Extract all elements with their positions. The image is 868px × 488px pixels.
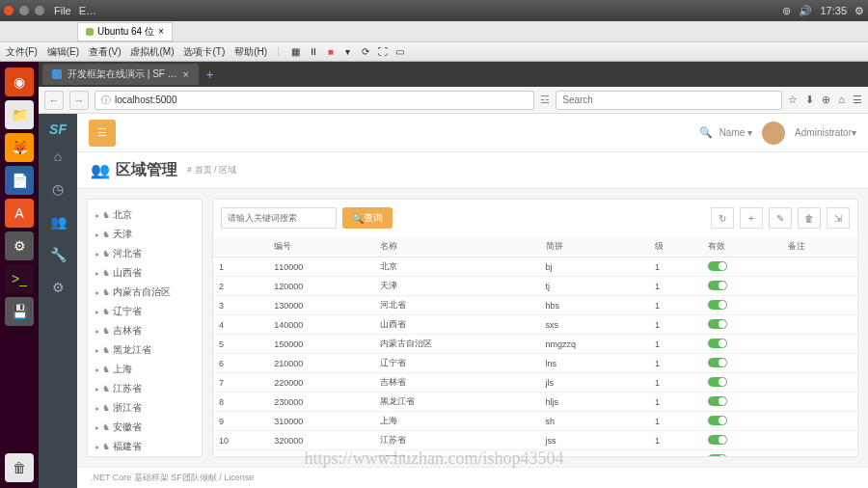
active-toggle[interactable]	[708, 300, 727, 310]
active-toggle[interactable]	[708, 358, 727, 367]
query-button[interactable]: 🔍 查询	[342, 207, 393, 229]
active-toggle[interactable]	[708, 435, 727, 445]
tree-item[interactable]: ▸♞山西省	[94, 263, 196, 283]
back-button[interactable]: ←	[44, 91, 64, 110]
download-icon[interactable]: ⊕	[822, 94, 830, 106]
vm-menu-item[interactable]: 帮助(H)	[234, 45, 267, 59]
table-row[interactable]: 10320000江苏省jss1	[213, 431, 857, 450]
sidebar-cog-icon[interactable]: ⚙	[44, 274, 71, 301]
refresh-button[interactable]: ↻	[711, 207, 734, 229]
active-toggle[interactable]	[708, 377, 727, 387]
sidebar-wrench-icon[interactable]: 🔧	[44, 241, 71, 268]
table-row[interactable]: 3130000河北省hbs1	[213, 296, 857, 315]
close-icon[interactable]: ×	[158, 26, 164, 37]
table-row[interactable]: 2120000天津tj1	[213, 277, 857, 296]
tree-item[interactable]: ▸♞黑龙江省	[94, 340, 196, 360]
vm-tool-icon[interactable]: ⟳	[359, 45, 372, 59]
active-toggle[interactable]	[708, 281, 727, 290]
active-toggle[interactable]	[708, 319, 727, 329]
minimize-icon[interactable]	[19, 6, 29, 15]
breadcrumb[interactable]: # 首页 / 区域	[187, 164, 236, 176]
trash-icon[interactable]: 🗑	[5, 453, 34, 482]
vm-menu-item[interactable]: 选项卡(T)	[183, 45, 225, 59]
search-icon[interactable]: 🔍	[692, 120, 719, 147]
tree-item[interactable]: ▸♞安徽省	[94, 418, 196, 437]
url-bar[interactable]: ⓘ localhost:5000	[95, 91, 534, 110]
vm-menu-item[interactable]: 文件(F)	[6, 45, 38, 59]
tree-item[interactable]: ▸♞江西省	[94, 456, 196, 457]
home-icon[interactable]: ⌂	[838, 94, 845, 106]
disk-icon[interactable]: 💾	[5, 297, 34, 326]
firefox-icon[interactable]: 🦊	[5, 133, 34, 162]
col-active[interactable]: 有效	[702, 236, 782, 258]
app-icon[interactable]: A	[5, 199, 34, 228]
sidebar-users-icon[interactable]: 👥	[44, 208, 71, 235]
pocket-icon[interactable]: ⬇	[805, 94, 814, 106]
tree-item[interactable]: ▸♞吉林省	[94, 321, 196, 340]
col-name[interactable]: 名称	[374, 236, 540, 258]
sidebar-home-icon[interactable]: ⌂	[44, 143, 71, 170]
table-row[interactable]: 11330000浙江省zjs1	[213, 450, 857, 457]
vm-tab[interactable]: Ubuntu 64 位 ×	[77, 22, 173, 41]
vm-menu-item[interactable]: 编辑(E)	[47, 45, 79, 59]
terminal-icon[interactable]: >_	[5, 264, 34, 293]
export-button[interactable]: ⇲	[827, 207, 850, 229]
tree-item[interactable]: ▸♞内蒙古自治区	[94, 283, 196, 302]
menu-file[interactable]: File	[54, 5, 71, 16]
table-row[interactable]: 8230000黑龙江省hljs1	[213, 393, 857, 412]
hamburger-button[interactable]: ☰	[89, 120, 116, 147]
tree-item[interactable]: ▸♞江苏省	[94, 379, 196, 398]
vm-tool-icon[interactable]: ⏸	[307, 45, 320, 59]
vm-tool-icon[interactable]: ▾	[341, 45, 355, 59]
name-dropdown[interactable]: Name ▾	[719, 127, 752, 138]
star-icon[interactable]: ☆	[788, 94, 798, 106]
menu-icon[interactable]: ☰	[853, 94, 862, 106]
col-level[interactable]: 级	[649, 236, 702, 258]
active-toggle[interactable]	[708, 396, 727, 406]
maximize-icon[interactable]	[35, 6, 44, 15]
table-row[interactable]: 1110000北京bj1	[213, 258, 857, 277]
table-row[interactable]: 6210000辽宁省lns1	[213, 354, 857, 373]
search-input[interactable]	[556, 91, 782, 110]
tree-item[interactable]: ▸♞天津	[94, 225, 196, 244]
tray-gear-icon[interactable]: ⚙	[854, 5, 864, 17]
table-row[interactable]: 4140000山西省sxs1	[213, 315, 857, 335]
active-toggle[interactable]	[708, 261, 727, 271]
menu-edit[interactable]: E…	[79, 5, 96, 16]
browser-tab[interactable]: 开发框架在线演示 | SF … ×	[42, 64, 199, 85]
vm-menu-item[interactable]: 虚拟机(M)	[130, 45, 174, 59]
files-icon[interactable]: 📁	[5, 100, 34, 129]
forward-button[interactable]: →	[69, 91, 89, 110]
table-row[interactable]: 7220000吉林省jls1	[213, 373, 857, 393]
delete-button[interactable]: 🗑	[798, 207, 821, 229]
close-icon[interactable]	[4, 6, 14, 15]
col-code[interactable]: 编号	[268, 236, 373, 258]
dash-icon[interactable]: ◉	[5, 68, 34, 96]
reader-icon[interactable]: ☲	[540, 94, 550, 106]
tray-wifi-icon[interactable]: ⊚	[782, 5, 791, 17]
new-tab-button[interactable]: +	[199, 67, 222, 82]
settings-icon[interactable]: ⚙	[5, 231, 34, 260]
tray-sound-icon[interactable]: 🔊	[799, 5, 812, 17]
close-icon[interactable]: ×	[183, 69, 189, 80]
tree-item[interactable]: ▸♞河北省	[94, 244, 196, 263]
sidebar-time-icon[interactable]: ◷	[44, 176, 71, 203]
tree-item[interactable]: ▸♞北京	[94, 205, 196, 225]
vm-tool-icon[interactable]: ■	[324, 45, 338, 59]
vm-menu-item[interactable]: 查看(V)	[89, 45, 121, 59]
admin-dropdown[interactable]: Administrator▾	[795, 127, 856, 138]
active-toggle[interactable]	[708, 416, 727, 425]
tree-item[interactable]: ▸♞辽宁省	[94, 302, 196, 321]
edit-button[interactable]: ✎	[769, 207, 792, 229]
tree-item[interactable]: ▸♞浙江省	[94, 398, 196, 418]
add-button[interactable]: +	[740, 207, 763, 229]
active-toggle[interactable]	[708, 339, 727, 348]
tree-item[interactable]: ▸♞上海	[94, 360, 196, 379]
filter-input[interactable]	[221, 207, 337, 229]
avatar[interactable]	[762, 122, 785, 145]
tree-item[interactable]: ▸♞福建省	[94, 437, 196, 456]
document-icon[interactable]: 📄	[5, 166, 34, 195]
vm-tool-icon[interactable]: ▭	[393, 45, 407, 59]
tray-time[interactable]: 17:35	[820, 5, 847, 16]
col-pinyin[interactable]: 简拼	[540, 236, 649, 258]
